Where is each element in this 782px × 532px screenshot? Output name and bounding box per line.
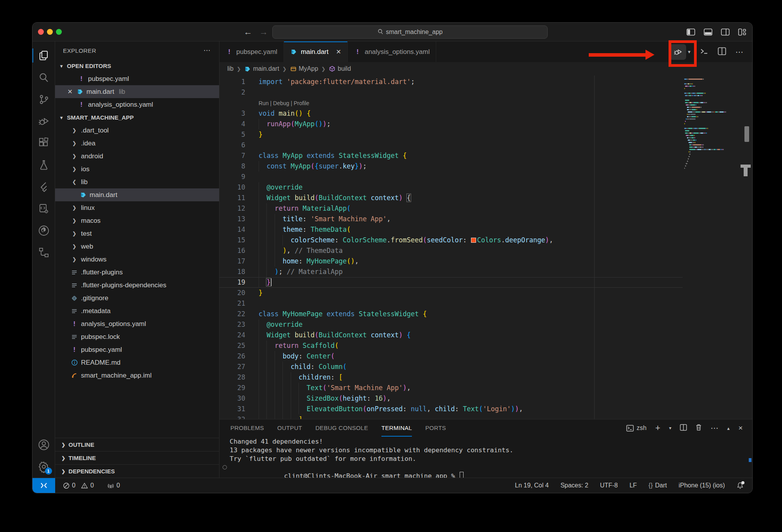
toggle-panel-icon[interactable] <box>704 29 712 36</box>
problems-status[interactable]: 0 0 <box>59 478 98 493</box>
tree-item-windows[interactable]: ❯ windows <box>55 253 219 266</box>
line-number[interactable]: 4 <box>219 119 245 129</box>
remote-indicator[interactable] <box>32 478 55 493</box>
sidebar-section-outline[interactable]: ❯OUTLINE <box>55 438 219 451</box>
code-line-31[interactable]: 31ElevatedButton(onPressed: null, child:… <box>219 404 683 414</box>
open-terminal-editor-icon[interactable] <box>700 47 708 57</box>
notifications-bell-icon[interactable] <box>737 482 744 489</box>
settings-gear-icon[interactable]: 1 <box>32 456 55 478</box>
navigate-back-button[interactable]: ← <box>244 27 252 37</box>
breadcrumb-item[interactable]: main.dart <box>244 65 279 72</box>
code-line-24[interactable]: 24Widget build(BuildContext context) { <box>219 330 683 340</box>
code-line-26[interactable]: 26body: Center( <box>219 351 683 362</box>
line-number[interactable]: 28 <box>219 372 245 383</box>
tab-pubspec-yaml[interactable]: ! pubspec.yaml <box>219 41 284 62</box>
cursor-position-status[interactable]: Ln 19, Col 4 <box>515 482 548 489</box>
indentation-status[interactable]: Spaces: 2 <box>561 482 588 489</box>
new-terminal-icon[interactable]: + <box>655 423 660 433</box>
code-line-23[interactable]: 23@override <box>219 319 683 330</box>
explorer-icon[interactable] <box>32 45 55 66</box>
code-line-1[interactable]: 1import 'package:flutter/material.dart'; <box>219 77 683 87</box>
line-number[interactable]: 15 <box>219 235 245 245</box>
source-control-icon[interactable] <box>32 88 55 110</box>
terminal-shell-tab[interactable]: zsh <box>626 425 647 432</box>
minimize-window-button[interactable] <box>47 29 53 35</box>
open-editor-item[interactable]: !pubspec.yaml <box>55 72 219 85</box>
code-line-11[interactable]: 11Widget build(BuildContext context) { <box>219 193 683 203</box>
code-line-17[interactable]: 17home: MyHomePage(), <box>219 256 683 267</box>
code-line-16[interactable]: 16), // ThemeData <box>219 245 683 256</box>
extensions-icon[interactable] <box>32 132 55 154</box>
line-number[interactable]: 22 <box>219 309 245 319</box>
line-number[interactable]: 2 <box>219 87 245 98</box>
code-line-7[interactable]: 7class MyApp extends StatelessWidget { <box>219 150 683 161</box>
project-section-header[interactable]: ▾ SMART_MACHINE_APP <box>55 111 219 124</box>
tree-item-readme-md[interactable]: README.md <box>55 356 219 369</box>
code-line-4[interactable]: 4runApp(MyApp()); <box>219 119 683 129</box>
line-number[interactable]: 12 <box>219 203 245 214</box>
close-window-button[interactable] <box>38 29 44 35</box>
line-number[interactable]: 3 <box>219 108 245 119</box>
code-line-12[interactable]: 12return MaterialApp( <box>219 203 683 214</box>
sidebar-section-dependencies[interactable]: ❯DEPENDENCIES <box>55 464 219 478</box>
tree-item--gitignore[interactable]: ⚲ .gitignore <box>55 292 219 305</box>
breadcrumb-item[interactable]: build <box>329 65 351 72</box>
line-number[interactable]: 20 <box>219 288 245 298</box>
line-number[interactable]: 6 <box>219 140 245 150</box>
tree-item-test[interactable]: ❯ test <box>55 227 219 240</box>
code-line-13[interactable]: 13title: 'Smart Machine App', <box>219 214 683 224</box>
github-icon[interactable] <box>32 220 55 242</box>
tree-item-pubspec-lock[interactable]: pubspec.lock <box>55 330 219 343</box>
sidebar-more-actions-icon[interactable]: ⋯ <box>203 46 211 55</box>
line-number[interactable]: 32 <box>219 414 245 419</box>
tree-item--dart-tool[interactable]: ❯ .dart_tool <box>55 124 219 137</box>
tree-item--idea[interactable]: ❯ .idea <box>55 137 219 150</box>
flutter-icon[interactable] <box>32 176 55 198</box>
code-line-8[interactable]: 8const MyApp({super.key}); <box>219 161 683 172</box>
code-line-14[interactable]: 14theme: ThemeData( <box>219 224 683 235</box>
panel-more-actions-icon[interactable]: ⋯ <box>710 423 718 433</box>
code-line-22[interactable]: 22class MyHomePage extends StatelessWidg… <box>219 309 683 319</box>
code-line-25[interactable]: 25return Scaffold( <box>219 340 683 351</box>
toggle-secondary-sidebar-icon[interactable] <box>721 29 730 36</box>
close-editor-icon[interactable]: ✕ <box>67 88 73 96</box>
code-line-15[interactable]: 15colorScheme: ColorScheme.fromSeed(seed… <box>219 235 683 245</box>
line-number[interactable]: 13 <box>219 214 245 224</box>
close-panel-icon[interactable]: × <box>739 424 743 432</box>
code-line-21[interactable]: 21 <box>219 298 683 309</box>
maximize-panel-icon[interactable]: ▴ <box>727 425 730 431</box>
code-line-32[interactable]: 32], <box>219 414 683 419</box>
tree-item-smart-machine-app-iml[interactable]: smart_machine_app.iml <box>55 369 219 382</box>
line-number[interactable]: 1 <box>219 77 245 87</box>
panel-tab-ports[interactable]: PORTS <box>425 419 446 437</box>
code-settings-icon[interactable] <box>32 198 55 220</box>
testing-icon[interactable] <box>32 154 55 176</box>
minimap[interactable] <box>683 75 752 419</box>
ports-status[interactable]: 0 <box>103 478 124 493</box>
line-number[interactable]: 27 <box>219 362 245 372</box>
code-line-20[interactable]: 20} <box>219 288 683 298</box>
tree-item-pubspec-yaml[interactable]: ! pubspec.yaml <box>55 343 219 356</box>
line-number[interactable]: 26 <box>219 351 245 362</box>
tree-item-lib[interactable]: ❮ lib <box>55 176 219 188</box>
tree-item-android[interactable]: ❯ android <box>55 150 219 163</box>
line-number[interactable]: 31 <box>219 404 245 414</box>
open-editor-item[interactable]: ✕main.dartlib <box>55 85 219 98</box>
line-number[interactable]: 8 <box>219 161 245 172</box>
open-editor-item[interactable]: !analysis_options.yaml <box>55 98 219 111</box>
tree-item--flutter-plugins[interactable]: .flutter-plugins <box>55 266 219 279</box>
terminal-dropdown-chevron-icon[interactable]: ▾ <box>669 425 671 431</box>
search-icon[interactable] <box>32 66 55 88</box>
line-number[interactable]: 23 <box>219 319 245 330</box>
line-number[interactable]: 17 <box>219 256 245 267</box>
line-number[interactable]: 11 <box>219 193 245 203</box>
code-line-18[interactable]: 18); // MaterialApp <box>219 267 683 277</box>
zoom-window-button[interactable] <box>56 29 62 35</box>
tab-main-dart[interactable]: main.dart✕ <box>284 41 348 62</box>
open-editors-header[interactable]: ▾ OPEN EDITORS <box>55 59 219 72</box>
breadcrumb-item[interactable]: lib <box>227 65 234 72</box>
codelens-run-debug-profile[interactable]: Run | Debug | Profile <box>219 98 683 108</box>
tree-item-analysis-options-yaml[interactable]: ! analysis_options.yaml <box>55 317 219 330</box>
account-icon[interactable] <box>32 434 55 456</box>
code-line-28[interactable]: 28children: [ <box>219 372 683 383</box>
